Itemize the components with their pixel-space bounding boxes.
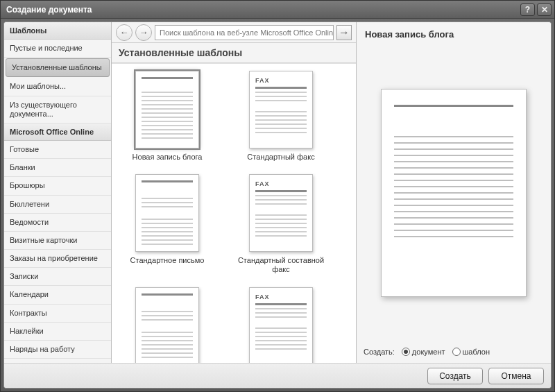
- template-thumb: [135, 287, 199, 363]
- close-button[interactable]: ✕: [537, 3, 552, 16]
- sidebar-online-item-10[interactable]: Наклейки: [4, 323, 111, 341]
- template-item-0[interactable]: Новая запись блога: [119, 71, 216, 162]
- dialog-body: ШаблоныПустые и последниеУстановленные ш…: [3, 22, 552, 389]
- preview-pane: Новая запись блога Создать:: [357, 22, 551, 363]
- toolbar: ← → Поиск шаблона на веб-узле Microsoft …: [112, 22, 356, 43]
- sidebar[interactable]: ШаблоныПустые и последниеУстановленные ш…: [4, 22, 112, 363]
- arrow-right-icon: →: [339, 26, 350, 39]
- radio-icon: [402, 348, 410, 356]
- sidebar-online-item-5[interactable]: Визитные карточки: [4, 232, 111, 250]
- radio-icon: [452, 348, 461, 356]
- radio-document-label: документ: [412, 348, 445, 356]
- radio-template-label: шаблон: [463, 348, 490, 356]
- search-go-button[interactable]: →: [336, 25, 352, 40]
- titlebar: Создание документа ? ✕: [1, 1, 554, 19]
- preview-title: Новая запись блога: [364, 28, 544, 45]
- template-item-4[interactable]: [119, 287, 216, 363]
- search-input[interactable]: Поиск шаблона на веб-узле Microsoft Offi…: [155, 25, 334, 40]
- gallery-grid: Новая запись блогаFAXСтандартный факсСта…: [119, 71, 349, 363]
- sidebar-header-templates: Шаблоны: [4, 22, 111, 40]
- sidebar-online-item-1[interactable]: Бланки: [4, 159, 111, 177]
- arrow-right-icon: →: [139, 27, 148, 37]
- sidebar-item-0[interactable]: Пустые и последние: [4, 40, 111, 58]
- dialog-window: Создание документа ? ✕ ШаблоныПустые и п…: [0, 0, 555, 392]
- template-item-5[interactable]: FAX: [232, 287, 330, 363]
- sidebar-online-item-0[interactable]: Готовые: [4, 141, 111, 159]
- sidebar-online-item-9[interactable]: Контракты: [4, 305, 111, 323]
- create-type-row: Создать: документ шаблон: [364, 341, 544, 356]
- preview-canvas: [364, 45, 544, 341]
- center-pane: ← → Поиск шаблона на веб-узле Microsoft …: [112, 22, 357, 363]
- template-item-2[interactable]: Стандартное письмо: [119, 174, 216, 274]
- sidebar-online-item-6[interactable]: Заказы на приобретение: [4, 250, 111, 268]
- sidebar-online-item-3[interactable]: Бюллетени: [4, 196, 111, 214]
- help-button[interactable]: ?: [520, 3, 535, 16]
- template-label: Новая запись блога: [133, 153, 203, 162]
- sidebar-online-item-8[interactable]: Календари: [4, 286, 111, 304]
- window-title: Создание документа: [6, 5, 92, 15]
- template-gallery[interactable]: Новая запись блогаFAXСтандартный факсСта…: [112, 63, 356, 363]
- sidebar-online-item-7[interactable]: Записки: [4, 268, 111, 286]
- template-thumb: [135, 174, 199, 252]
- create-label: Создать:: [364, 348, 395, 356]
- template-item-1[interactable]: FAXСтандартный факс: [232, 71, 330, 162]
- sidebar-item-3[interactable]: Из существующего документа...: [4, 96, 111, 123]
- sidebar-header-online: Microsoft Office Online: [4, 123, 111, 141]
- template-thumb: [135, 71, 199, 148]
- cancel-button[interactable]: Отмена: [488, 368, 544, 384]
- template-thumb: FAX: [249, 71, 313, 148]
- template-label: Стандартный составной факс: [236, 256, 326, 274]
- preview-document: [381, 89, 527, 297]
- sidebar-online-item-2[interactable]: Брошюры: [4, 177, 111, 195]
- titlebar-buttons: ? ✕: [520, 3, 552, 16]
- back-button[interactable]: ←: [116, 24, 133, 41]
- template-label: Стандартное письмо: [130, 256, 205, 265]
- search-placeholder: Поиск шаблона на веб-узле Microsoft Offi…: [160, 28, 334, 37]
- create-button[interactable]: Создать: [427, 368, 483, 384]
- sidebar-item-2[interactable]: Мои шаблоны...: [4, 78, 111, 96]
- dialog-footer: Создать Отмена: [4, 363, 551, 388]
- radio-template[interactable]: шаблон: [452, 348, 490, 356]
- sidebar-online-item-4[interactable]: Ведомости: [4, 214, 111, 232]
- arrow-left-icon: ←: [120, 27, 129, 37]
- forward-button[interactable]: →: [135, 24, 152, 41]
- sidebar-item-1[interactable]: Установленные шаблоны: [6, 58, 110, 77]
- radio-document[interactable]: документ: [402, 348, 445, 356]
- template-item-3[interactable]: FAXСтандартный составной факс: [232, 174, 330, 274]
- sidebar-online-item-11[interactable]: Наряды на работу: [4, 341, 111, 359]
- content-row: ШаблоныПустые и последниеУстановленные ш…: [4, 22, 551, 363]
- template-thumb: FAX: [249, 174, 313, 252]
- template-label: Стандартный факс: [247, 153, 314, 162]
- section-title: Установленные шаблоны: [112, 43, 356, 63]
- template-thumb: FAX: [249, 287, 313, 363]
